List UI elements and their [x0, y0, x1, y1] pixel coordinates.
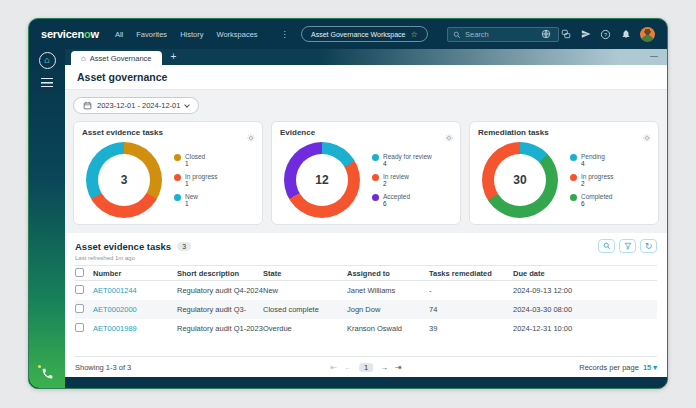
- col-state[interactable]: State: [263, 266, 347, 281]
- record-link[interactable]: AET0002000: [93, 305, 137, 314]
- menu-toggle-icon[interactable]: [41, 78, 53, 87]
- notifications-icon[interactable]: [620, 29, 631, 40]
- row-checkbox[interactable]: [75, 323, 84, 332]
- tab-home-icon: ⌂: [81, 54, 86, 63]
- first-page-icon[interactable]: ⇤: [330, 363, 337, 372]
- gear-icon[interactable]: [247, 128, 255, 146]
- donut-chart[interactable]: 30: [482, 142, 558, 218]
- showing-count: Showing 1-3 of 3: [75, 363, 131, 372]
- chart-legend: Ready for review4 In review2 Accepted6: [372, 153, 432, 207]
- card-remediation-tasks: Remediation tasks 30 Pending4 In progres…: [469, 121, 659, 225]
- col-short-description[interactable]: Short description: [177, 266, 263, 281]
- next-page-icon[interactable]: →: [380, 363, 388, 372]
- favorite-star-icon[interactable]: ☆: [410, 30, 417, 39]
- legend-dot: [372, 154, 379, 161]
- table-refresh-button[interactable]: ↻: [640, 239, 657, 253]
- servicenow-logo[interactable]: servicenow: [41, 28, 99, 40]
- nav-favorites[interactable]: Favorites: [136, 30, 167, 39]
- legend-label: Accepted: [383, 193, 410, 200]
- cell-short-description: Regulatory audit Q3-: [177, 300, 263, 319]
- legend-value: 6: [581, 200, 585, 207]
- cell-assigned-to: Jogn Dow: [347, 300, 429, 319]
- records-per-page: Records per page 15▾: [579, 363, 657, 372]
- cell-due-date: 2024-09-13 12:00: [513, 281, 657, 300]
- row-checkbox[interactable]: [75, 285, 84, 294]
- table-row[interactable]: AET0001989 Regulatory audit Q1-2023 Over…: [75, 319, 657, 338]
- main-area: ⌂ Asset Governance + — Asset governance …: [65, 49, 667, 388]
- tab-asset-governance[interactable]: ⌂ Asset Governance: [71, 51, 162, 65]
- cell-assigned-to: Kranson Oswald: [347, 319, 429, 338]
- table-filter-button[interactable]: [619, 239, 636, 253]
- user-avatar[interactable]: [640, 27, 655, 42]
- legend-dot: [174, 174, 181, 181]
- legend-item: Closed1: [174, 153, 218, 167]
- table-row[interactable]: AET0002000 Regulatory audit Q3- Closed c…: [75, 300, 657, 319]
- legend-label: Ready for review: [383, 153, 432, 160]
- cell-assigned-to: Janet Williams: [347, 281, 429, 300]
- cell-short-description: Regulatory audit Q4-2024: [177, 281, 263, 300]
- row-checkbox[interactable]: [75, 304, 84, 313]
- legend-dot: [174, 194, 181, 201]
- legend-dot: [174, 154, 181, 161]
- table-toolbar: ↻: [598, 239, 657, 253]
- legend-item: In progress2: [570, 173, 614, 187]
- chat-icon[interactable]: [560, 29, 571, 40]
- legend-item: Completed6: [570, 193, 614, 207]
- dashboard-cards: Asset evidence tasks 3 Closed1 In progre…: [65, 121, 667, 233]
- legend-dot: [570, 154, 577, 161]
- record-link[interactable]: AET0001244: [93, 286, 137, 295]
- globe-icon[interactable]: [540, 29, 551, 40]
- minimize-icon[interactable]: —: [650, 51, 658, 60]
- send-icon[interactable]: [580, 29, 591, 40]
- phone-icon[interactable]: [41, 366, 54, 379]
- records-per-page-value: 15: [643, 363, 651, 372]
- help-icon[interactable]: ?: [600, 29, 611, 40]
- col-tasks-remediated[interactable]: Tasks remediated: [429, 266, 513, 281]
- legend-dot: [372, 174, 379, 181]
- chart-legend: Pending4 In progress2 Completed6: [570, 153, 614, 207]
- new-tab-button[interactable]: +: [171, 50, 177, 64]
- legend-item: Accepted6: [372, 193, 432, 207]
- col-due-date[interactable]: Due date: [513, 266, 657, 281]
- col-number[interactable]: Number: [93, 266, 177, 281]
- records-per-page-label: Records per page: [579, 363, 639, 372]
- legend-label: In progress: [185, 173, 218, 180]
- cell-tasks-remediated: -: [429, 281, 513, 300]
- previous-page-icon[interactable]: ←: [344, 363, 352, 372]
- more-menu-icon[interactable]: ⋮: [281, 30, 289, 39]
- legend-label: Pending: [581, 153, 605, 160]
- home-icon[interactable]: ⌂: [39, 52, 56, 69]
- workspace-pill[interactable]: Asset Governance Workspace ☆: [301, 26, 428, 42]
- cell-state: Overdue: [263, 319, 347, 338]
- legend-item: Pending4: [570, 153, 614, 167]
- page-title: Asset governance: [65, 65, 667, 90]
- date-range-filter[interactable]: 2023-12-01 - 2024-12-01: [73, 97, 199, 114]
- gear-icon[interactable]: [643, 128, 651, 146]
- select-all-checkbox[interactable]: [75, 268, 84, 277]
- table-title: Asset evidence tasks 3: [75, 241, 191, 252]
- donut-total: 30: [513, 173, 526, 187]
- gear-icon[interactable]: [445, 128, 453, 146]
- nav-workspaces[interactable]: Workspaces: [216, 30, 257, 39]
- nav-history[interactable]: History: [180, 30, 203, 39]
- legend-item: In review2: [372, 173, 432, 187]
- calendar-icon: [83, 101, 92, 110]
- record-link[interactable]: AET0001989: [93, 324, 137, 333]
- card-title: Evidence: [280, 128, 452, 137]
- last-page-icon[interactable]: ⇥: [395, 363, 402, 372]
- records-per-page-select[interactable]: 15▾: [643, 363, 657, 372]
- page-title-text: Asset governance: [77, 71, 167, 83]
- donut-chart[interactable]: 3: [86, 142, 162, 218]
- donut-chart[interactable]: 12: [284, 142, 360, 218]
- table-search-button[interactable]: [598, 239, 615, 253]
- table-header-row: Number Short description State Assigned …: [75, 266, 657, 281]
- tab-bar: ⌂ Asset Governance + —: [65, 49, 667, 65]
- nav-all[interactable]: All: [115, 30, 123, 39]
- chevron-down-icon: [185, 102, 191, 108]
- legend-item: Ready for review4: [372, 153, 432, 167]
- current-page[interactable]: 1: [359, 363, 373, 372]
- table-row[interactable]: AET0001244 Regulatory audit Q4-2024 New …: [75, 281, 657, 300]
- date-range-text: 2023-12-01 - 2024-12-01: [97, 101, 180, 110]
- svg-text:?: ?: [604, 31, 607, 37]
- col-assigned-to[interactable]: Assigned to: [347, 266, 429, 281]
